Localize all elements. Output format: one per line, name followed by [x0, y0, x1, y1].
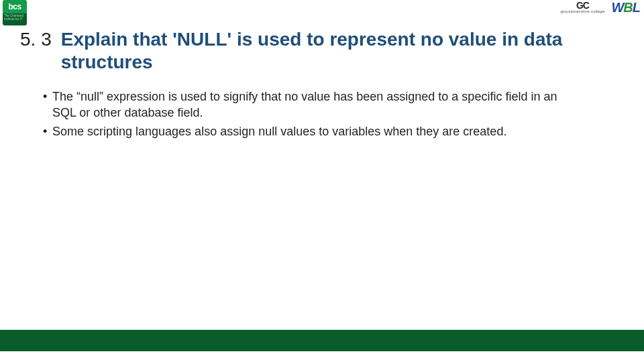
- bcs-logo-label: bcs: [3, 0, 27, 13]
- body-content: The “null” expression is used to signify…: [43, 88, 570, 142]
- wbl-letter-w: W: [611, 0, 623, 15]
- bullet-list: The “null” expression is used to signify…: [43, 88, 570, 139]
- footer-bar: [0, 330, 644, 351]
- section-title: Explain that 'NULL' is used to represent…: [61, 28, 617, 74]
- section-number: 5. 3: [20, 28, 52, 51]
- wbl-letter-l: L: [633, 0, 640, 15]
- gc-logo: GC gloucestershire college: [560, 1, 604, 13]
- gc-logo-subtext: gloucestershire college: [560, 9, 604, 13]
- title-row: 5. 3 Explain that 'NULL' is used to repr…: [20, 28, 617, 74]
- slide: bcs The Chartered Institute for IT GC gl…: [0, 0, 644, 362]
- list-item: Some scripting languages also assign nul…: [43, 123, 570, 139]
- gc-logo-mark: GC: [576, 1, 589, 9]
- wbl-logo: WBL: [611, 1, 640, 13]
- list-item: The “null” expression is used to signify…: [43, 88, 570, 121]
- bcs-logo: bcs The Chartered Institute for IT: [3, 0, 27, 25]
- wbl-letter-b: B: [623, 0, 632, 15]
- right-logo-group: GC gloucestershire college WBL: [560, 1, 640, 13]
- header-strip: bcs The Chartered Institute for IT GC gl…: [0, 0, 644, 23]
- bcs-logo-tagline: The Chartered Institute for IT: [3, 13, 27, 25]
